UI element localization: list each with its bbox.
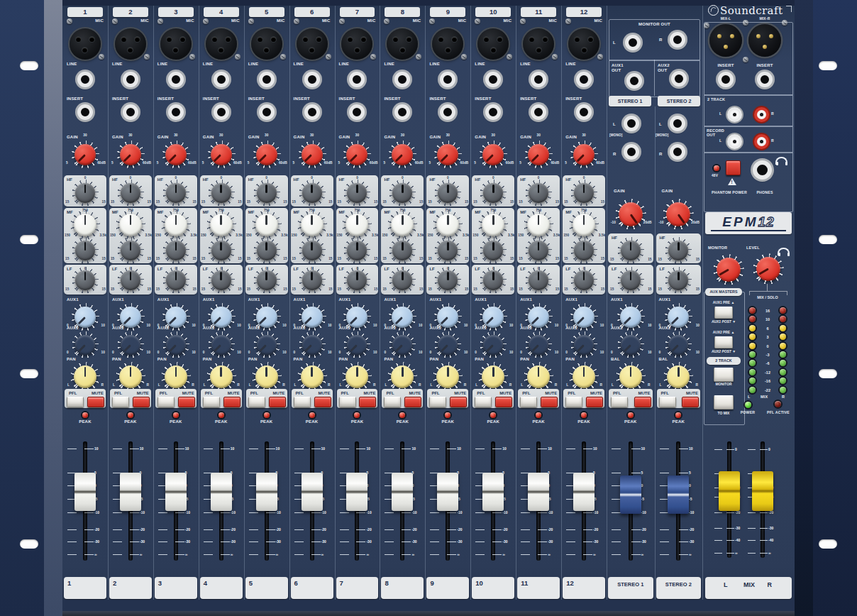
mic-xlr-input[interactable] bbox=[297, 28, 328, 60]
channel-fader-cap[interactable] bbox=[573, 473, 595, 511]
aux2-knob[interactable] bbox=[483, 335, 503, 355]
pfl-button[interactable] bbox=[203, 397, 220, 407]
aux1-knob[interactable] bbox=[573, 307, 595, 328]
mf-frequency-knob[interactable] bbox=[301, 214, 324, 236]
mic-xlr-input[interactable] bbox=[160, 28, 192, 60]
hf-eq-knob[interactable] bbox=[166, 183, 186, 203]
aux2-knob[interactable] bbox=[211, 335, 231, 355]
mf-frequency-knob[interactable] bbox=[255, 214, 278, 236]
mf-eq-knob[interactable] bbox=[574, 241, 594, 260]
mf-frequency-knob[interactable] bbox=[573, 214, 595, 236]
mf-eq-knob[interactable] bbox=[211, 241, 231, 260]
lf-eq-knob[interactable] bbox=[668, 270, 688, 290]
line-jack[interactable] bbox=[394, 72, 410, 87]
mf-frequency-knob[interactable] bbox=[210, 214, 233, 236]
mic-xlr-input[interactable] bbox=[387, 28, 418, 60]
line-jack[interactable] bbox=[214, 72, 229, 87]
hf-eq-knob[interactable] bbox=[529, 183, 548, 203]
lf-eq-knob[interactable] bbox=[75, 270, 95, 290]
lf-eq-knob[interactable] bbox=[211, 270, 231, 290]
mf-frequency-knob[interactable] bbox=[119, 214, 142, 236]
aux2-knob[interactable] bbox=[574, 335, 594, 355]
line-jack[interactable] bbox=[349, 72, 365, 87]
channel-fader-cap[interactable] bbox=[165, 473, 187, 511]
mute-button[interactable] bbox=[404, 397, 421, 407]
mute-button[interactable] bbox=[495, 397, 512, 407]
insert-jack[interactable] bbox=[349, 104, 365, 120]
insert-jack[interactable] bbox=[485, 104, 501, 120]
pfl-button[interactable] bbox=[520, 397, 537, 407]
gain-knob[interactable] bbox=[482, 144, 504, 165]
gain-knob[interactable] bbox=[256, 144, 277, 165]
stereo-fader-cap[interactable] bbox=[620, 475, 641, 514]
lf-eq-knob[interactable] bbox=[529, 270, 548, 290]
balance-knob[interactable] bbox=[619, 365, 642, 388]
line-jack[interactable] bbox=[77, 72, 93, 87]
aux2-knob[interactable] bbox=[668, 335, 688, 355]
pan-knob[interactable] bbox=[573, 365, 595, 388]
gain-knob[interactable] bbox=[165, 144, 187, 165]
gain-knob[interactable] bbox=[74, 144, 96, 165]
hf-eq-knob[interactable] bbox=[121, 183, 140, 203]
channel-fader-cap[interactable] bbox=[211, 473, 232, 511]
mf-eq-knob[interactable] bbox=[438, 241, 458, 260]
mic-xlr-input[interactable] bbox=[341, 28, 372, 60]
mf-eq-knob[interactable] bbox=[75, 241, 95, 260]
gain-knob[interactable] bbox=[392, 144, 413, 165]
pan-knob[interactable] bbox=[436, 365, 459, 388]
gain-knob[interactable] bbox=[346, 144, 367, 165]
hf-eq-knob[interactable] bbox=[392, 183, 412, 203]
aux2-knob[interactable] bbox=[347, 335, 367, 355]
pfl-button[interactable] bbox=[112, 397, 129, 407]
channel-fader-cap[interactable] bbox=[120, 473, 141, 511]
insert-jack[interactable] bbox=[531, 104, 546, 120]
line-jack[interactable] bbox=[123, 72, 138, 87]
pfl-button[interactable] bbox=[384, 397, 401, 407]
pfl-button[interactable] bbox=[429, 397, 446, 407]
aux2-knob[interactable] bbox=[392, 335, 412, 355]
pan-knob[interactable] bbox=[119, 365, 142, 388]
insert-jack[interactable] bbox=[214, 104, 229, 120]
hf-eq-knob[interactable] bbox=[347, 183, 367, 203]
pfl-button[interactable] bbox=[475, 397, 492, 407]
aux1-knob[interactable] bbox=[620, 307, 641, 328]
mf-frequency-knob[interactable] bbox=[482, 214, 504, 236]
mf-eq-knob[interactable] bbox=[257, 241, 277, 260]
pan-knob[interactable] bbox=[210, 365, 233, 388]
insert-jack[interactable] bbox=[440, 104, 455, 120]
hf-eq-knob[interactable] bbox=[621, 241, 641, 260]
hf-eq-knob[interactable] bbox=[75, 183, 95, 203]
aux2-knob[interactable] bbox=[257, 335, 277, 355]
gain-knob[interactable] bbox=[302, 144, 323, 165]
lf-eq-knob[interactable] bbox=[121, 270, 140, 290]
master-fader-cap[interactable] bbox=[752, 471, 773, 511]
pfl-button[interactable] bbox=[248, 397, 265, 407]
aux1-knob[interactable] bbox=[256, 307, 277, 328]
stereo-gain-knob[interactable] bbox=[666, 202, 690, 226]
mute-button[interactable] bbox=[269, 397, 286, 407]
line-jack[interactable] bbox=[576, 72, 592, 87]
pan-knob[interactable] bbox=[301, 365, 324, 388]
mic-xlr-input[interactable] bbox=[70, 28, 101, 60]
pan-knob[interactable] bbox=[527, 365, 550, 388]
channel-fader-cap[interactable] bbox=[302, 473, 323, 511]
mic-xlr-input[interactable] bbox=[432, 28, 463, 60]
hf-eq-knob[interactable] bbox=[257, 183, 277, 203]
mute-button[interactable] bbox=[178, 397, 195, 407]
gain-knob[interactable] bbox=[211, 144, 232, 165]
mf-eq-knob[interactable] bbox=[483, 241, 503, 260]
mf-eq-knob[interactable] bbox=[347, 241, 367, 260]
hf-eq-knob[interactable] bbox=[483, 183, 503, 203]
aux2-knob[interactable] bbox=[621, 335, 641, 355]
aux1-knob[interactable] bbox=[120, 307, 141, 328]
gain-knob[interactable] bbox=[437, 144, 458, 165]
channel-fader-cap[interactable] bbox=[74, 473, 96, 511]
insert-jack[interactable] bbox=[394, 104, 410, 120]
pfl-button[interactable] bbox=[157, 397, 175, 407]
mf-eq-knob[interactable] bbox=[121, 241, 140, 260]
aux1-knob[interactable] bbox=[302, 307, 323, 328]
mf-frequency-knob[interactable] bbox=[345, 214, 368, 236]
line-jack[interactable] bbox=[531, 72, 546, 87]
line-jack[interactable] bbox=[259, 72, 275, 87]
line-jack[interactable] bbox=[304, 72, 320, 87]
